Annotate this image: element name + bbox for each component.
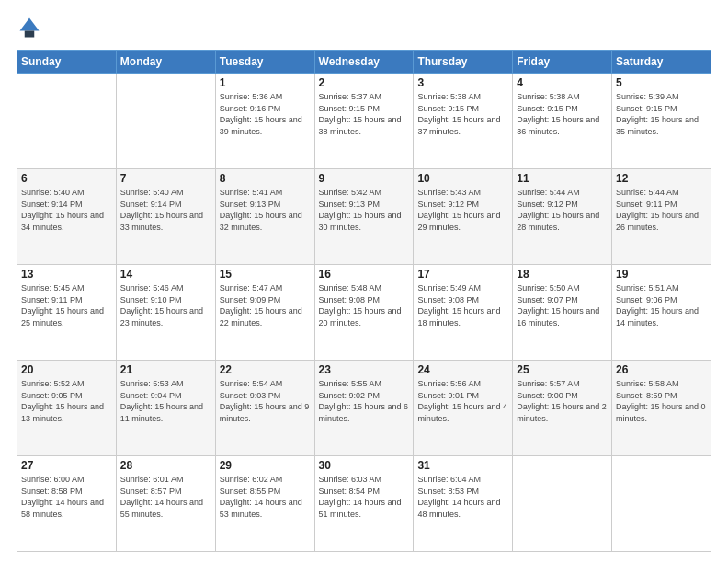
calendar-cell [513, 456, 612, 552]
week-row-4: 20Sunrise: 5:52 AMSunset: 9:05 PMDayligh… [17, 361, 711, 456]
calendar-cell: 28Sunrise: 6:01 AMSunset: 8:57 PMDayligh… [116, 456, 215, 552]
day-info: Sunrise: 6:02 AMSunset: 8:55 PMDaylight:… [220, 474, 311, 520]
calendar-cell: 7Sunrise: 5:40 AMSunset: 9:14 PMDaylight… [116, 169, 215, 265]
day-info: Sunrise: 5:38 AMSunset: 9:15 PMDaylight:… [417, 91, 508, 137]
day-number: 15 [220, 268, 311, 281]
week-row-1: 1Sunrise: 5:36 AMSunset: 9:16 PMDaylight… [17, 74, 711, 169]
day-info: Sunrise: 6:01 AMSunset: 8:57 PMDaylight:… [120, 474, 211, 520]
day-number: 20 [21, 363, 112, 376]
calendar-cell: 15Sunrise: 5:47 AMSunset: 9:09 PMDayligh… [215, 265, 314, 361]
calendar-cell: 20Sunrise: 5:52 AMSunset: 9:05 PMDayligh… [17, 361, 117, 456]
day-number: 3 [417, 76, 508, 89]
logo [17, 15, 48, 40]
calendar-cell: 6Sunrise: 5:40 AMSunset: 9:14 PMDaylight… [17, 169, 117, 265]
day-number: 7 [120, 172, 211, 185]
day-info: Sunrise: 5:53 AMSunset: 9:04 PMDaylight:… [120, 378, 211, 424]
calendar-cell: 14Sunrise: 5:46 AMSunset: 9:10 PMDayligh… [116, 265, 215, 361]
calendar-cell: 19Sunrise: 5:51 AMSunset: 9:06 PMDayligh… [612, 265, 711, 361]
day-number: 30 [319, 459, 410, 472]
calendar-cell: 13Sunrise: 5:45 AMSunset: 9:11 PMDayligh… [17, 265, 117, 361]
weekday-header-tuesday: Tuesday [215, 51, 314, 74]
day-info: Sunrise: 5:50 AMSunset: 9:07 PMDaylight:… [517, 282, 608, 328]
day-number: 8 [220, 172, 311, 185]
day-info: Sunrise: 6:03 AMSunset: 8:54 PMDaylight:… [319, 474, 410, 520]
page: SundayMondayTuesdayWednesdayThursdayFrid… [0, 0, 728, 563]
day-info: Sunrise: 5:42 AMSunset: 9:13 PMDaylight:… [319, 187, 410, 233]
day-number: 16 [319, 268, 410, 281]
day-info: Sunrise: 5:39 AMSunset: 9:15 PMDaylight:… [616, 91, 707, 137]
day-info: Sunrise: 5:55 AMSunset: 9:02 PMDaylight:… [319, 378, 410, 424]
day-number: 5 [616, 76, 707, 89]
day-number: 25 [517, 363, 608, 376]
calendar-table: SundayMondayTuesdayWednesdayThursdayFrid… [17, 50, 711, 552]
day-number: 22 [220, 363, 311, 376]
day-number: 6 [21, 172, 112, 185]
day-number: 4 [517, 76, 608, 89]
calendar-cell: 23Sunrise: 5:55 AMSunset: 9:02 PMDayligh… [314, 361, 414, 456]
weekday-header-monday: Monday [116, 51, 215, 74]
day-number: 12 [616, 172, 707, 185]
day-info: Sunrise: 5:44 AMSunset: 9:11 PMDaylight:… [616, 187, 707, 233]
day-info: Sunrise: 5:58 AMSunset: 8:59 PMDaylight:… [616, 378, 707, 424]
calendar-cell: 29Sunrise: 6:02 AMSunset: 8:55 PMDayligh… [215, 456, 314, 552]
day-info: Sunrise: 5:37 AMSunset: 9:15 PMDaylight:… [319, 91, 410, 137]
calendar-cell: 16Sunrise: 5:48 AMSunset: 9:08 PMDayligh… [314, 265, 414, 361]
logo-icon [17, 15, 42, 40]
day-info: Sunrise: 5:38 AMSunset: 9:15 PMDaylight:… [517, 91, 608, 137]
day-info: Sunrise: 5:49 AMSunset: 9:08 PMDaylight:… [417, 282, 508, 328]
weekday-header-saturday: Saturday [612, 51, 711, 74]
day-info: Sunrise: 5:47 AMSunset: 9:09 PMDaylight:… [220, 282, 311, 328]
calendar-cell: 18Sunrise: 5:50 AMSunset: 9:07 PMDayligh… [513, 265, 612, 361]
weekday-header-thursday: Thursday [414, 51, 513, 74]
svg-rect-1 [25, 31, 35, 38]
day-number: 31 [417, 459, 508, 472]
calendar-cell [612, 456, 711, 552]
day-number: 24 [417, 363, 508, 376]
header [17, 15, 711, 40]
day-number: 2 [319, 76, 410, 89]
day-info: Sunrise: 5:41 AMSunset: 9:13 PMDaylight:… [220, 187, 311, 233]
day-info: Sunrise: 5:44 AMSunset: 9:12 PMDaylight:… [517, 187, 608, 233]
week-row-2: 6Sunrise: 5:40 AMSunset: 9:14 PMDaylight… [17, 169, 711, 265]
day-info: Sunrise: 5:40 AMSunset: 9:14 PMDaylight:… [120, 187, 211, 233]
calendar-cell: 22Sunrise: 5:54 AMSunset: 9:03 PMDayligh… [215, 361, 314, 456]
calendar-cell: 5Sunrise: 5:39 AMSunset: 9:15 PMDaylight… [612, 74, 711, 169]
day-number: 21 [120, 363, 211, 376]
calendar-cell: 8Sunrise: 5:41 AMSunset: 9:13 PMDaylight… [215, 169, 314, 265]
day-number: 23 [319, 363, 410, 376]
day-info: Sunrise: 5:57 AMSunset: 9:00 PMDaylight:… [517, 378, 608, 424]
day-info: Sunrise: 5:40 AMSunset: 9:14 PMDaylight:… [21, 187, 112, 233]
day-number: 19 [616, 268, 707, 281]
day-info: Sunrise: 6:00 AMSunset: 8:58 PMDaylight:… [21, 474, 112, 520]
week-row-3: 13Sunrise: 5:45 AMSunset: 9:11 PMDayligh… [17, 265, 711, 361]
day-info: Sunrise: 5:45 AMSunset: 9:11 PMDaylight:… [21, 282, 112, 328]
weekday-header-friday: Friday [513, 51, 612, 74]
weekday-header-row: SundayMondayTuesdayWednesdayThursdayFrid… [17, 51, 711, 74]
day-info: Sunrise: 5:43 AMSunset: 9:12 PMDaylight:… [417, 187, 508, 233]
day-info: Sunrise: 5:56 AMSunset: 9:01 PMDaylight:… [417, 378, 508, 424]
day-number: 11 [517, 172, 608, 185]
calendar-cell: 4Sunrise: 5:38 AMSunset: 9:15 PMDaylight… [513, 74, 612, 169]
calendar-cell: 2Sunrise: 5:37 AMSunset: 9:15 PMDaylight… [314, 74, 414, 169]
week-row-5: 27Sunrise: 6:00 AMSunset: 8:58 PMDayligh… [17, 456, 711, 552]
calendar-cell: 31Sunrise: 6:04 AMSunset: 8:53 PMDayligh… [414, 456, 513, 552]
calendar-cell: 24Sunrise: 5:56 AMSunset: 9:01 PMDayligh… [414, 361, 513, 456]
day-info: Sunrise: 5:48 AMSunset: 9:08 PMDaylight:… [319, 282, 410, 328]
day-number: 14 [120, 268, 211, 281]
day-info: Sunrise: 5:52 AMSunset: 9:05 PMDaylight:… [21, 378, 112, 424]
weekday-header-sunday: Sunday [17, 51, 117, 74]
day-number: 17 [417, 268, 508, 281]
day-number: 1 [220, 76, 311, 89]
calendar-cell: 9Sunrise: 5:42 AMSunset: 9:13 PMDaylight… [314, 169, 414, 265]
weekday-header-wednesday: Wednesday [314, 51, 414, 74]
day-info: Sunrise: 5:51 AMSunset: 9:06 PMDaylight:… [616, 282, 707, 328]
calendar-cell: 21Sunrise: 5:53 AMSunset: 9:04 PMDayligh… [116, 361, 215, 456]
day-info: Sunrise: 5:36 AMSunset: 9:16 PMDaylight:… [220, 91, 311, 137]
day-number: 10 [417, 172, 508, 185]
day-number: 13 [21, 268, 112, 281]
calendar-cell: 1Sunrise: 5:36 AMSunset: 9:16 PMDaylight… [215, 74, 314, 169]
day-number: 9 [319, 172, 410, 185]
calendar-cell: 30Sunrise: 6:03 AMSunset: 8:54 PMDayligh… [314, 456, 414, 552]
calendar-cell [17, 74, 117, 169]
day-number: 29 [220, 459, 311, 472]
